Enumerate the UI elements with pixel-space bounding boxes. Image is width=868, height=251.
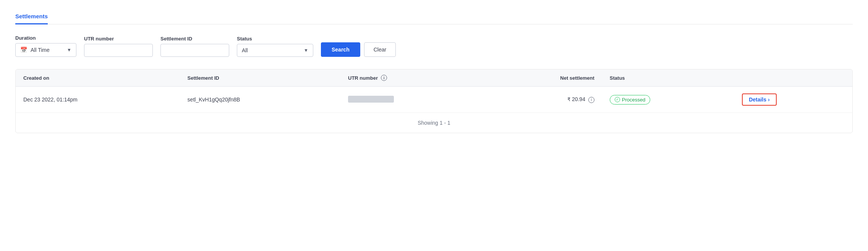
settlements-table: Created on Settlement ID UTR number i Ne… <box>16 69 852 113</box>
tab-bar: Settlements <box>15 9 853 24</box>
cell-utr-number <box>340 87 485 113</box>
tab-settlements[interactable]: Settlements <box>15 9 48 24</box>
clear-button[interactable]: Clear <box>364 42 396 57</box>
col-net-settlement: Net settlement <box>485 69 602 87</box>
status-check-icon: ✓ <box>615 97 620 102</box>
cell-status: ✓ Processed <box>602 87 734 113</box>
col-details <box>734 69 852 87</box>
status-select[interactable]: All ▼ <box>237 44 313 57</box>
status-text: Processed <box>622 97 645 103</box>
status-chevron-icon: ▼ <box>304 48 308 53</box>
col-utr-number: UTR number i <box>340 69 485 87</box>
duration-label: Duration <box>15 35 76 41</box>
showing-text: Showing 1 - 1 <box>16 113 852 133</box>
col-settlement-id: Settlement ID <box>180 69 340 87</box>
net-settlement-info-icon[interactable]: i <box>588 97 594 103</box>
utr-input[interactable] <box>84 44 153 57</box>
col-status: Status <box>602 69 734 87</box>
chevron-right-icon: › <box>768 97 770 103</box>
settlement-id-label: Settlement ID <box>160 36 229 42</box>
filter-group-settlement-id: Settlement ID <box>160 36 229 57</box>
status-value: All <box>242 47 301 53</box>
table-container: Created on Settlement ID UTR number i Ne… <box>15 69 853 133</box>
col-created-on: Created on <box>16 69 180 87</box>
filter-actions: Search Clear <box>321 42 396 57</box>
status-label: Status <box>237 36 313 42</box>
cell-details: Details › <box>734 87 852 113</box>
calendar-icon: 📅 <box>20 47 28 53</box>
settlement-id-input[interactable] <box>160 44 229 57</box>
filter-group-duration: Duration 📅 All Time ▼ <box>15 35 76 57</box>
filter-group-utr: UTR number <box>84 36 153 57</box>
status-badge: ✓ Processed <box>610 95 650 105</box>
details-label: Details <box>749 97 766 103</box>
cell-created-on: Dec 23 2022, 01:14pm <box>16 87 180 113</box>
details-button[interactable]: Details › <box>742 93 777 106</box>
utr-blur <box>348 96 394 103</box>
search-button[interactable]: Search <box>321 42 360 57</box>
net-settlement-value: ₹ 20.94 <box>567 96 587 102</box>
table-row: Dec 23 2022, 01:14pm setl_KvH1gQq20jfn8B… <box>16 87 852 113</box>
cell-settlement-id: setl_KvH1gQq20jfn8B <box>180 87 340 113</box>
duration-value: All Time <box>31 47 64 53</box>
duration-select[interactable]: 📅 All Time ▼ <box>15 43 76 57</box>
filter-group-status: Status All ▼ <box>237 36 313 57</box>
page-container: Settlements Duration 📅 All Time ▼ UTR nu… <box>0 0 868 251</box>
table-header-row: Created on Settlement ID UTR number i Ne… <box>16 69 852 87</box>
chevron-down-icon: ▼ <box>67 47 71 53</box>
filter-row: Duration 📅 All Time ▼ UTR number Settlem… <box>15 35 853 57</box>
utr-info-icon[interactable]: i <box>381 75 387 81</box>
utr-label: UTR number <box>84 36 153 42</box>
cell-net-settlement: ₹ 20.94 i <box>485 87 602 113</box>
